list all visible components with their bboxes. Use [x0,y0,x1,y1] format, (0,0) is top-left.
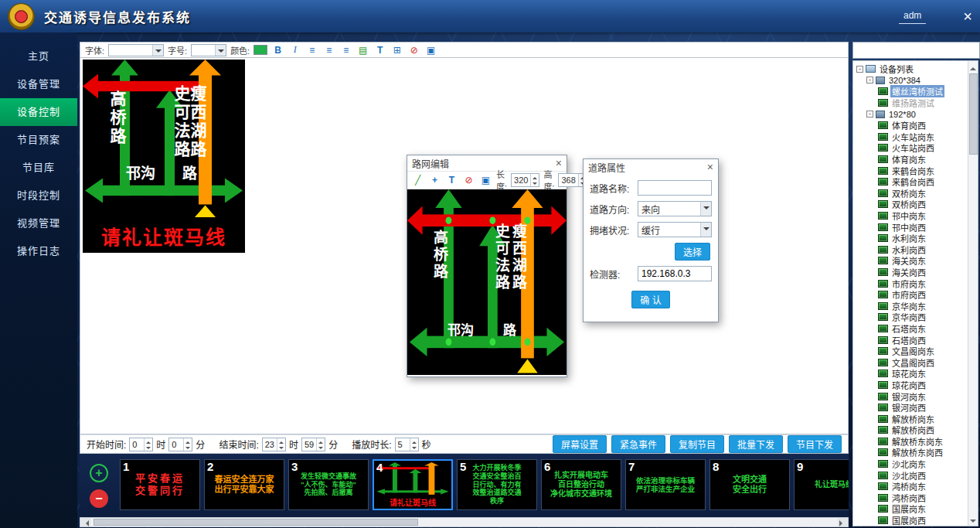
tree-device-item[interactable]: 火车站岗东 [856,131,966,143]
tree-group-320x384[interactable]: - 320*384 [856,75,966,87]
tree-root[interactable]: - 设备列表 [856,63,966,75]
copy-program-button[interactable]: 复制节目 [670,435,724,453]
tree-device-item[interactable]: 解放桥岗东 [856,413,966,424]
playlist-item-2[interactable]: 2 春运安全连万家 出行平安靠大家 [204,459,284,510]
road-edit-canvas[interactable]: 高桥路 史可法路 瘦西湖路 邗沟 路 [407,189,567,375]
spinner-arrows-icon[interactable] [144,438,152,451]
road-direction-select[interactable]: 来向 [638,201,712,216]
playlist-item-4-selected[interactable]: 4 请礼让斑马线 [373,459,453,510]
text-tool-icon[interactable]: T [445,174,458,186]
tree-device-item[interactable]: 水利岗西 [856,244,966,256]
fit-frame-icon[interactable]: ⊞ [390,44,403,56]
scroll-left-icon[interactable] [80,518,90,526]
tree-device-item[interactable]: 水利岗东 [856,233,966,244]
italic-icon[interactable]: I [288,44,301,56]
device-search-input[interactable] [852,42,980,59]
tree-device-item[interactable]: 鸿桥岗东 [856,481,966,492]
draw-line-icon[interactable]: ╱ [411,174,424,186]
scrollbar-thumb[interactable] [94,519,418,526]
nav-item-program-plan[interactable]: 节目预案 [0,126,77,154]
dialog-titlebar[interactable]: 道路属性 × [584,159,718,175]
tree-device-item[interactable]: 双桥岗东 [856,188,966,199]
tree-device-item[interactable]: 文昌阁岗东 [856,346,966,357]
font-size-select[interactable] [191,44,226,56]
remove-program-button[interactable]: − [90,489,108,508]
playlist-item-3[interactable]: 3 发生轻微交通事故 "人不伤、车能动" 先拍照、后撤离 [288,459,369,510]
tree-device-item[interactable]: 邗中岗西 [856,221,966,233]
start-minute-spinner[interactable]: 0 [168,438,192,451]
tree-device-item[interactable]: 市府岗西 [856,289,966,301]
tree-device-item[interactable]: 螺丝湾桥测试 [856,86,966,97]
tree-device-item[interactable]: 琼花岗西 [856,380,966,391]
tree-device-item[interactable]: 文昌阁岗西 [856,356,966,368]
spinner-arrows-icon[interactable] [530,174,539,186]
tree-device-item[interactable]: 双桥岗西 [856,199,966,210]
sign-preview[interactable]: 高桥路 史可法路 瘦西湖路 邗沟 路 请礼让斑马线 [83,60,245,253]
nav-item-device-management[interactable]: 设备管理 [0,70,77,98]
playlist-item-9[interactable]: 9 礼让斑马线 [794,459,849,510]
collapse-icon[interactable]: - [866,111,873,118]
tree-device-item[interactable]: 维扬路测试 [856,97,966,109]
tree-device-item[interactable]: 海关岗西 [856,267,966,278]
scrollbar-thumb[interactable] [969,73,978,155]
crossing-icon[interactable]: + [428,174,441,186]
emergency-event-button[interactable]: 紧急事件 [611,435,665,453]
tree-device-item[interactable]: 市府岗东 [856,278,966,289]
color-swatch[interactable] [254,45,267,55]
tree-device-item[interactable]: 体育岗西 [856,120,966,131]
confirm-button[interactable]: 确 认 [631,291,669,308]
congestion-select[interactable]: 缓行 [638,222,712,237]
align-left-icon[interactable]: ≡ [305,44,318,56]
nav-item-operation-log[interactable]: 操作日志 [0,237,77,265]
duration-spinner[interactable]: 5 [395,438,419,451]
tree-device-item[interactable]: 石塔岗西 [856,334,966,346]
add-program-button[interactable]: + [90,464,108,482]
close-icon[interactable]: × [707,162,713,172]
nav-item-device-control[interactable]: 设备控制 [0,98,77,126]
nav-item-home[interactable]: 主页 [0,43,77,70]
close-icon[interactable]: × [963,9,972,24]
spinner-arrows-icon[interactable] [277,438,285,451]
spinner-arrows-icon[interactable] [410,438,418,451]
horizontal-scrollbar[interactable] [80,517,849,527]
end-minute-spinner[interactable]: 59 [301,438,325,451]
scroll-up-icon[interactable] [968,61,978,71]
screen-settings-button[interactable]: 屏幕设置 [553,435,607,453]
playlist-item-1[interactable]: 1 平安春运 交警同行 [120,459,200,510]
align-center-icon[interactable]: ≡ [322,44,335,56]
tree-device-item[interactable]: 来鹤台岗西 [856,176,966,188]
tree-device-item[interactable]: 体育岗东 [856,154,966,165]
playlist-item-5[interactable]: 5 大力开展秋冬季 交通安全整治百 日行动、有力有 效整治道路交通 秩序 [457,459,537,510]
tree-device-item[interactable]: 沙北岗西 [856,469,966,481]
tree-device-item[interactable]: 来鹤台岗东 [856,165,966,176]
save-icon[interactable]: ▣ [479,174,492,186]
save-icon[interactable]: ▣ [424,44,437,56]
playlist-item-6[interactable]: 6 扎实开展电动车 百日整治行动 净化城市交通环境 [541,459,621,510]
current-user[interactable]: adm [899,10,926,24]
tree-device-item[interactable]: 京华岗西 [856,312,966,323]
collapse-icon[interactable]: - [866,77,873,83]
insert-text-icon[interactable]: T [373,44,386,56]
batch-send-button[interactable]: 批量下发 [729,435,783,453]
tree-device-item[interactable]: 京华岗东 [856,300,966,312]
bold-icon[interactable]: B [271,44,284,56]
vertical-scrollbar[interactable] [968,61,978,526]
tree-group-192x80[interactable]: - 192*80 [856,108,966,120]
send-program-button[interactable]: 节目下发 [788,435,842,453]
tree-device-item[interactable]: 国展岗东 [856,503,966,515]
playlist-item-7[interactable]: 7 依法治理非标车辆 严打非法生产企业 [625,459,706,510]
close-icon[interactable]: × [556,158,562,169]
tree-device-item[interactable]: 解放桥东岗东 [856,436,966,448]
road-name-input[interactable] [638,180,712,196]
tree-device-item[interactable]: 解放桥东岗西 [856,447,966,458]
tree-device-item[interactable]: 解放桥岗西 [856,424,966,436]
tree-device-item[interactable]: 鸿桥岗西 [856,492,966,504]
nav-item-time-control[interactable]: 时段控制 [0,182,77,209]
length-spinner[interactable]: 320 [511,173,539,187]
tree-device-item[interactable]: 琼花岗东 [856,368,966,380]
tree-device-item[interactable]: 石塔岗东 [856,323,966,335]
tree-device-item[interactable]: 银河岗东 [856,390,966,402]
font-select[interactable] [108,44,164,56]
end-hour-spinner[interactable]: 23 [262,438,286,451]
tree-device-item[interactable]: 沙北岗东 [856,458,966,470]
